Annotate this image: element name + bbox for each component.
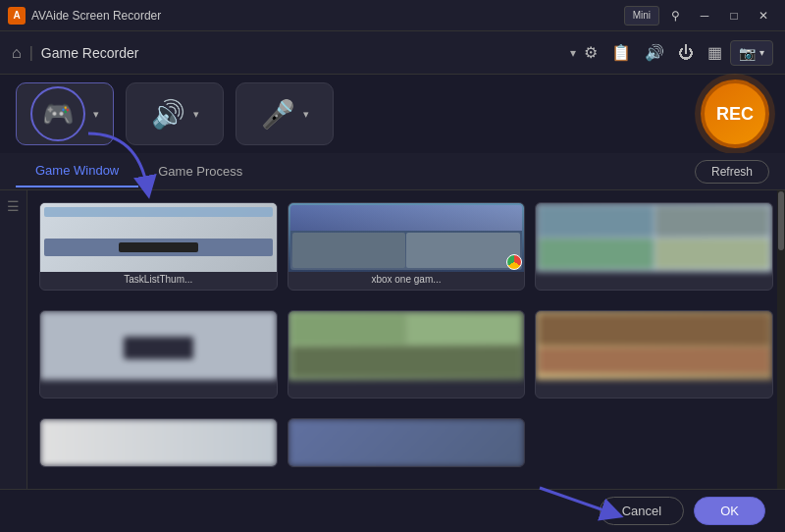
home-icon[interactable]: ⌂: [12, 44, 22, 62]
grid-item-1[interactable]: TaskListThum...: [39, 202, 278, 291]
grid-item-1-label: TaskListThum...: [40, 272, 277, 287]
pin-button[interactable]: ⚲: [661, 5, 689, 27]
gamepad-icon: 🎮: [30, 86, 85, 141]
toolbar-icons: ⚙ 📋 🔊 ⏻ ▦: [584, 43, 722, 62]
settings-icon[interactable]: ⚙: [584, 43, 598, 62]
scrollbar-track[interactable]: [777, 190, 785, 489]
cancel-button[interactable]: Cancel: [600, 497, 684, 525]
thumb-7: [40, 419, 277, 466]
tab-game-window[interactable]: Game Window: [16, 155, 138, 187]
mic-source-card[interactable]: 🎤 ▾: [236, 82, 334, 145]
source-bar: 🎮 ▾ 🔊 ▾ 🎤 ▾ REC: [0, 75, 785, 153]
thumb-2: [288, 203, 525, 272]
grid-item-6-label: [536, 380, 772, 384]
tab-game-process[interactable]: Game Process: [138, 156, 262, 186]
sidebar-menu-icon[interactable]: ☰: [7, 198, 20, 214]
thumb-5: [288, 311, 525, 380]
mini-button[interactable]: Mini: [624, 6, 659, 26]
thumb-6: [536, 311, 772, 380]
sidebar-mini: ☰: [0, 190, 27, 489]
volume-icon[interactable]: 🔊: [645, 43, 664, 62]
sound-icon: 🔊: [151, 98, 185, 131]
mic-icon: 🎤: [261, 98, 295, 131]
content-area: ☰ TaskListThum...: [0, 190, 785, 489]
title-bar: A AVAide Screen Recorder Mini ⚲ ─ □ ✕: [0, 0, 785, 31]
thumb-4: [40, 311, 277, 380]
tab-bar: Game Window Game Process Refresh: [0, 153, 785, 190]
sound-chevron-icon: ▾: [193, 108, 199, 121]
minimize-button[interactable]: ─: [691, 5, 718, 27]
window-grid: TaskListThum... xbox one gam...: [27, 190, 785, 489]
sound-source-card[interactable]: 🔊 ▾: [126, 82, 224, 145]
scrollbar-thumb[interactable]: [778, 191, 784, 250]
thumb-8: [288, 419, 525, 466]
grid-item-4-label: [40, 380, 277, 384]
grid-item-3[interactable]: [535, 202, 773, 291]
ok-button[interactable]: OK: [694, 497, 765, 525]
rec-label: REC: [716, 104, 754, 125]
camera-button[interactable]: 📷 ▾: [730, 40, 773, 66]
gamepad-chevron-icon: ▾: [93, 108, 99, 121]
camera-chevron: ▾: [759, 47, 764, 58]
rec-button[interactable]: REC: [701, 80, 769, 148]
app-title: AVAide Screen Recorder: [31, 9, 161, 23]
grid-icon[interactable]: ▦: [707, 43, 722, 62]
toolbar-chevron-icon[interactable]: ▾: [570, 46, 576, 60]
grid-item-4[interactable]: [39, 310, 278, 399]
close-button[interactable]: ✕: [750, 5, 777, 27]
toolbar-separator: |: [29, 44, 33, 62]
mic-chevron-icon: ▾: [303, 108, 309, 121]
grid-item-8[interactable]: [288, 418, 526, 467]
title-bar-left: A AVAide Screen Recorder: [8, 7, 161, 25]
bottom-bar: Cancel OK: [0, 489, 785, 532]
grid-item-7[interactable]: [39, 418, 278, 467]
toolbar: ⌂ | Game Recorder ▾ ⚙ 📋 🔊 ⏻ ▦ 📷 ▾: [0, 31, 785, 75]
maximize-button[interactable]: □: [720, 5, 748, 27]
grid-item-6[interactable]: [535, 310, 773, 399]
grid-item-3-label: [536, 272, 772, 276]
toolbar-title: Game Recorder: [41, 45, 562, 61]
camera-icon: 📷: [739, 45, 756, 61]
thumb-3: [536, 203, 772, 272]
grid-item-5-label: [288, 380, 525, 384]
app-logo: A: [8, 7, 26, 25]
gamepad-source-card[interactable]: 🎮 ▾: [16, 82, 114, 145]
grid-item-2-label: xbox one gam...: [288, 272, 525, 287]
grid-item-5[interactable]: [288, 310, 526, 399]
power-icon[interactable]: ⏻: [678, 44, 694, 62]
thumb-1: [40, 203, 277, 272]
title-bar-controls: Mini ⚲ ─ □ ✕: [624, 5, 777, 27]
refresh-button[interactable]: Refresh: [695, 160, 769, 184]
grid-item-2[interactable]: xbox one gam...: [288, 202, 526, 291]
clipboard-icon[interactable]: 📋: [611, 43, 631, 62]
